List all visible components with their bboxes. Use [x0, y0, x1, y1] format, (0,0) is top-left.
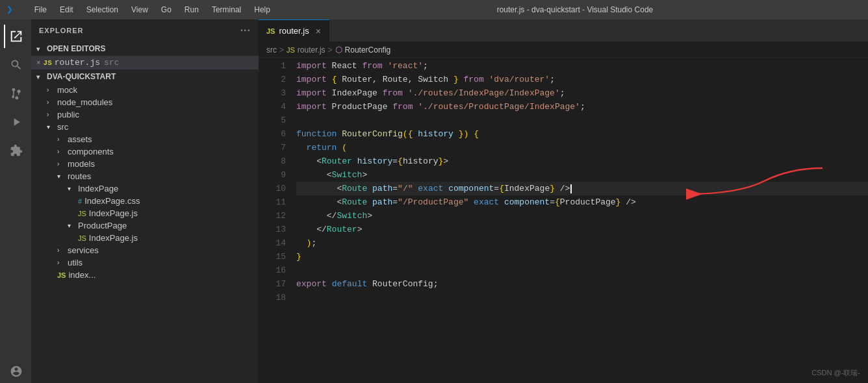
components-chevron: [57, 148, 65, 155]
js-file-icon-productpage: JS: [78, 234, 86, 242]
code-line-16: [296, 264, 868, 277]
menu-run[interactable]: Run: [179, 4, 204, 16]
sidebar-item-models[interactable]: models: [31, 158, 259, 170]
assets-label: assets: [68, 134, 92, 144]
open-editor-router-js[interactable]: × JS router.js src: [31, 56, 259, 69]
open-editors-section[interactable]: OPEN EDITORS: [31, 42, 259, 56]
indexpage-folder-chevron: [68, 185, 75, 192]
extensions-activity-icon[interactable]: [4, 139, 27, 162]
indexpage-css-label: IndexPage.css: [84, 196, 140, 206]
code-line-3: import IndexPage from './routes/IndexPag…: [296, 86, 868, 100]
code-line-18: [296, 291, 868, 304]
sidebar-item-services[interactable]: services: [31, 244, 259, 256]
sidebar-item-assets[interactable]: assets: [31, 133, 259, 145]
breadcrumb-file[interactable]: router.js: [298, 45, 326, 55]
code-line-4: import ProductPage from './routes/Produc…: [296, 100, 868, 114]
activity-bar: [0, 19, 31, 383]
tab-close-button[interactable]: ×: [316, 26, 321, 36]
public-label: public: [57, 110, 79, 119]
sidebar-item-index-partial[interactable]: JS index...: [31, 269, 259, 281]
sidebar-item-routes[interactable]: routes: [31, 170, 259, 182]
sidebar-item-utils[interactable]: utils: [31, 256, 259, 269]
sidebar-item-indexpage-js[interactable]: JS IndexPage.js: [31, 207, 259, 219]
code-editor[interactable]: 1 2 3 4 5 6 7 8 9 10 11 12 13 14 15 16 1…: [259, 58, 868, 383]
sidebar-content: OPEN EDITORS × JS router.js src DVA-QUIC…: [31, 42, 259, 383]
sidebar-item-node-modules[interactable]: node_modules: [31, 96, 259, 108]
assets-chevron: [57, 136, 65, 143]
public-chevron: [47, 111, 55, 118]
watermark: CSDN @-联瑞-: [811, 368, 860, 378]
menu-terminal[interactable]: Terminal: [207, 4, 246, 16]
code-line-2: import { Router, Route, Switch } from 'd…: [296, 73, 868, 86]
sidebar-item-mock[interactable]: mock: [31, 84, 259, 96]
indexpage-folder-label: IndexPage: [78, 184, 118, 193]
productpage-indexpage-js-label: IndexPage.js: [89, 233, 138, 243]
js-file-icon: JS: [44, 59, 52, 67]
productpage-folder-label: ProductPage: [78, 221, 127, 230]
node-modules-label: node_modules: [57, 97, 112, 107]
sidebar-item-src[interactable]: src: [31, 121, 259, 133]
run-activity-icon[interactable]: [4, 110, 27, 134]
mock-label: mock: [57, 85, 77, 95]
menu-go[interactable]: Go: [156, 4, 177, 16]
menu-file[interactable]: File: [29, 4, 52, 16]
accounts-activity-icon[interactable]: [4, 360, 27, 383]
sidebar-menu-button[interactable]: ···: [240, 25, 251, 36]
breadcrumb-component[interactable]: RouterConfig: [345, 45, 391, 55]
close-router-js-icon[interactable]: ×: [36, 59, 41, 67]
productpage-folder-chevron: [68, 222, 75, 229]
js-file-icon-indexpage: JS: [78, 210, 86, 217]
utils-label: utils: [68, 258, 83, 267]
source-control-activity-icon[interactable]: [4, 82, 27, 105]
open-editors-label: OPEN EDITORS: [47, 44, 105, 53]
code-content[interactable]: import React from 'react'; import { Rout…: [291, 58, 868, 383]
open-editors-chevron: [36, 45, 44, 53]
services-chevron: [57, 247, 65, 254]
project-chevron: [36, 73, 44, 80]
explorer-title: EXPLORER: [39, 27, 84, 34]
tab-router-js[interactable]: JS router.js ×: [259, 19, 329, 42]
window-title: router.js - dva-quickstart - Visual Stud…: [288, 5, 862, 14]
code-line-7: return (: [296, 141, 868, 154]
src-chevron: [47, 123, 55, 130]
sidebar-item-components[interactable]: components: [31, 145, 259, 158]
utils-chevron: [57, 259, 65, 266]
sidebar-item-indexpage-css[interactable]: # IndexPage.css: [31, 195, 259, 207]
explorer-activity-icon[interactable]: [4, 25, 27, 48]
open-editor-filename: router.js: [55, 58, 100, 68]
menu-selection[interactable]: Selection: [81, 4, 123, 16]
js-file-icon-index: JS: [57, 271, 66, 279]
code-line-17: export default RouterConfig;: [296, 277, 868, 291]
editor-area: JS router.js × src > JS router.js > ⬡ Ro…: [259, 19, 868, 383]
menu-bar: File Edit Selection View Go Run Terminal…: [29, 4, 275, 16]
search-activity-icon[interactable]: [4, 53, 27, 77]
code-line-1: import React from 'react';: [296, 59, 868, 73]
services-label: services: [68, 245, 99, 255]
sidebar-item-indexpage-folder[interactable]: IndexPage: [31, 182, 259, 195]
menu-view[interactable]: View: [126, 4, 153, 16]
breadcrumb-src[interactable]: src: [266, 45, 277, 55]
menu-help[interactable]: Help: [249, 4, 275, 16]
css-file-icon: #: [78, 197, 82, 205]
code-line-14: );: [296, 236, 868, 250]
tab-js-icon: JS: [266, 27, 275, 35]
code-line-15: }: [296, 250, 868, 264]
tab-bar: JS router.js ×: [259, 19, 868, 42]
breadcrumb-sep1: >: [279, 45, 284, 55]
sidebar-item-public[interactable]: public: [31, 108, 259, 121]
sidebar: EXPLORER ··· OPEN EDITORS × JS router.js…: [31, 19, 259, 383]
open-editor-dir: src: [104, 58, 119, 68]
tab-label: router.js: [279, 26, 309, 36]
menu-edit[interactable]: Edit: [55, 4, 79, 16]
titlebar: ❯ File Edit Selection View Go Run Termin…: [0, 0, 868, 19]
sidebar-item-productpage-folder[interactable]: ProductPage: [31, 219, 259, 232]
code-line-5: [296, 114, 868, 127]
sidebar-item-productpage-indexpage-js[interactable]: JS IndexPage.js: [31, 232, 259, 244]
breadcrumb: src > JS router.js > ⬡ RouterConfig: [259, 42, 868, 58]
src-label: src: [57, 122, 68, 132]
mock-chevron: [47, 86, 55, 93]
components-label: components: [68, 147, 114, 156]
indexpage-js-label: IndexPage.js: [89, 208, 138, 218]
breadcrumb-sep2: >: [328, 45, 333, 55]
project-section[interactable]: DVA-QUICKSTART: [31, 69, 259, 84]
